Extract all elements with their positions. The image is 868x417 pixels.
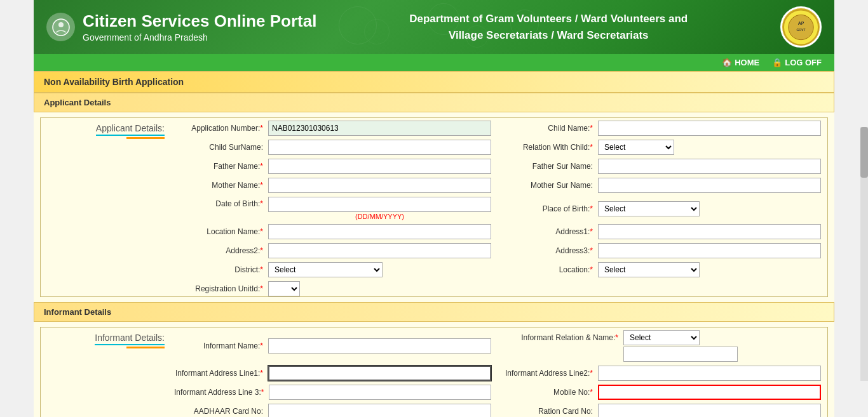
mother-name-group: Mother Name:* [174,178,491,193]
informant-addr2-input[interactable] [598,366,821,381]
informant-orange-bar [126,347,165,348]
informant-addr3-label: Informant Address Line 3:* [174,388,264,397]
relation-select[interactable]: Select [598,140,674,155]
relation-field: Select [598,140,821,155]
father-surname-input[interactable] [598,159,821,174]
header-title: Citizen Services Online Portal Governmen… [83,11,316,43]
home-nav[interactable]: 🏠 HOME [722,58,759,67]
ration-field [598,404,821,417]
mobile-no-input[interactable] [598,385,821,400]
application-number-group: Application Number:* [174,121,491,136]
location-name-field [268,224,491,239]
portal-icon [46,13,75,41]
address1-label: Address1:* [504,227,593,236]
ration-label: Ration Card No: [504,407,593,416]
dob-field: (DD/MM/YYYY) [268,197,491,220]
address3-group: Address3:* [504,243,821,258]
lock-icon: 🔒 [772,58,782,67]
father-name-group: Father Name:* [174,159,491,174]
ration-group: Ration Card No: [504,404,821,417]
applicant-fields: Application Number:* Child Name:* [174,118,821,296]
informant-addr3-input[interactable] [269,385,491,400]
portal-title: Citizen Services Online Portal [83,11,316,31]
dob-input[interactable] [268,197,491,212]
relation-group: Relation With Child:* Select [504,140,821,155]
ap-logo: AP GOVT [780,6,822,48]
place-of-birth-select[interactable]: Select [598,201,700,216]
address3-field [598,243,821,258]
mother-name-input[interactable] [268,178,491,193]
reg-unit-select[interactable] [268,281,300,296]
dept-info: Department of Gram Volunteers / Ward Vol… [409,11,688,43]
informant-relation-select-field: Select [623,330,821,345]
child-surname-field [268,140,491,155]
reg-unit-field [268,281,491,296]
child-name-group: Child Name:* [504,121,821,136]
mobile-no-group: Mobile No:* [504,385,821,400]
header-left: Citizen Services Online Portal Governmen… [46,11,316,43]
father-name-field [268,159,491,174]
father-surname-group: Father Sur Name: [504,159,821,174]
address2-label: Address2:* [174,246,263,255]
district-field: Select [268,262,491,277]
applicant-form: Applicant Details: Application Number:* [40,117,828,297]
application-number-input[interactable] [268,121,491,136]
location-name-group: Location Name:* [174,224,491,239]
child-name-label: Child Name:* [504,124,593,133]
district-select[interactable]: Select [268,262,383,277]
aadhaar-input[interactable] [268,404,491,417]
father-name-label: Father Name:* [174,162,263,171]
informant-name-input[interactable] [268,338,491,354]
scrollbar-thumb[interactable] [860,127,868,178]
informant-addr3-field [269,385,491,400]
informant-form-container: Informant Details: Informant Name:* [41,328,827,417]
page-title-section: Non Availability Birth Application [34,71,834,93]
location-name-label: Location Name:* [174,227,263,236]
svg-text:AP: AP [798,21,804,25]
informant-side-label: Informant Details: [47,328,174,417]
informant-addr1-group: Informant Address Line1:* [174,366,491,381]
address1-input[interactable] [598,224,821,239]
location-label: Location:* [504,265,593,274]
address2-input[interactable] [268,243,491,258]
address2-group: Address2:* [174,243,491,258]
informant-fields: Informant Name:* Informant Relation & Na… [174,328,821,417]
dob-label: Date of Birth:* [174,197,263,208]
location-select[interactable]: Select [598,262,700,277]
informant-relation-group: Informant Relation & Name:* Select [504,330,821,362]
location-field: Select [598,262,821,277]
child-surname-group: Child SurName: [174,140,491,155]
place-of-birth-label: Place of Birth:* [504,204,593,213]
district-group: District:* Select [174,262,491,277]
mother-surname-input[interactable] [598,178,821,193]
informant-name-field [268,338,491,354]
informant-relation-name-field [623,347,821,362]
child-name-input[interactable] [598,121,821,136]
informant-relation-select[interactable]: Select [623,330,700,345]
svg-point-3 [789,15,813,39]
main-content: Non Availability Birth Application Appli… [34,71,834,417]
aadhaar-label: AADHAAR Card No: [174,407,263,416]
svg-text:GOVT: GOVT [797,28,806,31]
father-name-input[interactable] [268,159,491,174]
page-title: Non Availability Birth Application [44,77,184,87]
informant-section-header: Informant Details [34,302,834,322]
address3-input[interactable] [598,243,821,258]
informant-relation-name-input[interactable] [623,347,738,362]
location-name-input[interactable] [268,224,491,239]
informant-addr1-field [268,366,491,381]
child-surname-input[interactable] [268,140,491,155]
address1-group: Address1:* [504,224,821,239]
aadhaar-field [268,404,491,417]
scrollbar[interactable] [860,127,868,381]
reg-unit-label: Registration UnitId:* [174,284,263,293]
logoff-nav[interactable]: 🔒 LOG OFF [772,58,822,67]
applicant-section-header: Applicant Details [34,93,834,112]
svg-point-1 [58,22,64,27]
informant-addr1-input[interactable] [268,366,491,381]
informant-addr1-label: Informant Address Line1:* [174,369,263,378]
informant-addr3-group: Informant Address Line 3:* [174,385,491,400]
informant-addr2-group: Informant Address Line2:* [504,366,821,381]
informant-relation-name-row [504,347,821,362]
ration-input[interactable] [598,404,821,417]
